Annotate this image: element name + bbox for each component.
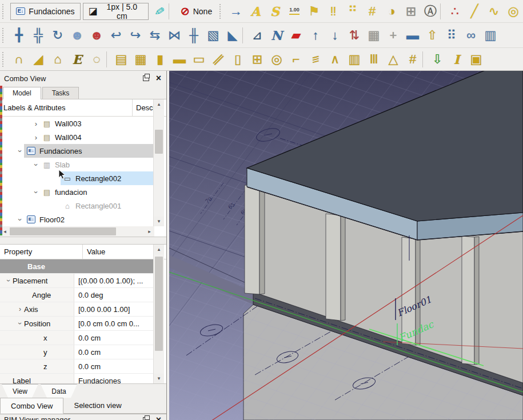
upgrade-icon[interactable]: ↑ — [306, 26, 325, 45]
draft-offset-icon[interactable]: ↩ — [106, 26, 126, 45]
add-component-icon[interactable]: ⇩ — [428, 50, 447, 69]
property-value[interactable]: 0.0 cm — [74, 345, 154, 359]
draft-scale-icon[interactable]: ▧ — [203, 26, 223, 45]
beam-icon[interactable]: ▬ — [170, 50, 189, 69]
roof-icon[interactable]: ∧ — [325, 50, 345, 69]
draft-join-icon[interactable]: ⋈ — [165, 26, 184, 45]
property-value[interactable]: [0.0 cm 0.0 cm 0... — [74, 317, 154, 330]
draft-move-icon[interactable]: ╋ — [9, 26, 29, 45]
window-icon[interactable]: ⊞ — [247, 50, 267, 69]
apply-style-icon[interactable]: → — [226, 2, 246, 21]
subelement-edit-icon[interactable]: ∴ — [445, 2, 465, 21]
draft-split-icon[interactable]: ⇆ — [145, 26, 165, 45]
equipment-icon[interactable]: ▣ — [466, 50, 486, 69]
draft-label-icon[interactable]: ⚑ — [304, 2, 324, 21]
building-icon[interactable]: ⌂ — [48, 50, 67, 69]
reference-icon[interactable]: ◌ — [87, 50, 106, 69]
wall-icon[interactable]: ▤ — [111, 50, 131, 69]
draft-clone-icon[interactable]: ☻ — [67, 26, 87, 45]
floor-selector-button[interactable]: E↓ Fundaciones — [10, 3, 81, 20]
property-row-label[interactable]: Label Fundaciones — [0, 374, 154, 383]
tree-item-rectangle002[interactable]: ▭ Rectangle002 — [0, 171, 154, 185]
arch-clone-icon[interactable]: ☻ — [87, 26, 106, 45]
close-panel-icon[interactable]: × — [156, 415, 161, 420]
expander-icon[interactable]: › — [17, 147, 24, 155]
tree-item-fundacion[interactable]: › ▤ fundacion — [0, 185, 154, 199]
property-value[interactable]: Fundaciones — [74, 374, 154, 383]
toolbar-drag-handle[interactable] — [2, 28, 7, 43]
expander-icon[interactable]: › — [17, 215, 24, 223]
slab-icon[interactable]: ▭ — [189, 50, 209, 69]
fence-icon[interactable]: # — [403, 50, 422, 69]
tree-vertical-scrollbar[interactable]: ▴ ▾ — [153, 99, 164, 226]
expander-icon[interactable]: › — [32, 134, 40, 141]
offset-copy-icon[interactable]: ↪ — [126, 26, 145, 45]
toolbar-drag-handle[interactable] — [219, 4, 224, 19]
expander-icon[interactable]: › — [33, 188, 40, 196]
path-array-icon[interactable]: ∞ — [461, 26, 481, 45]
add-point-icon[interactable]: + — [384, 26, 403, 45]
toolbar-drag-handle[interactable] — [2, 52, 7, 67]
tree-item-rectangle001[interactable]: ⌂ Rectangle001 — [0, 199, 154, 213]
tab-view[interactable]: View — [2, 384, 38, 398]
property-row-placement[interactable]: › Placement [(0.00 0.00 1.00); ... — [0, 274, 154, 288]
pipe-icon[interactable]: ◎ — [267, 50, 286, 69]
space-grate-icon[interactable]: Ⅲ — [364, 50, 384, 69]
panel-icon[interactable]: ▥ — [345, 50, 364, 69]
wire-to-bspline-icon[interactable]: N — [267, 26, 286, 45]
scroll-down-icon[interactable]: ▾ — [154, 217, 164, 226]
expander-icon[interactable]: › — [17, 319, 23, 327]
expander-icon[interactable]: › — [5, 277, 12, 285]
float-panel-icon[interactable] — [143, 75, 149, 81]
draft-line-icon[interactable]: ╱ — [465, 2, 484, 21]
tab-combo-view[interactable]: Combo View — [0, 398, 63, 414]
shape-block-icon[interactable]: ▦ — [364, 26, 384, 45]
scrollbar-thumb[interactable] — [155, 130, 163, 154]
property-row-x[interactable]: x 0.0 cm — [0, 331, 154, 345]
draft-text-icon[interactable]: A — [246, 2, 265, 21]
toolbar-drag-handle[interactable] — [2, 4, 7, 19]
curtain-wall-icon[interactable]: ▦ — [131, 50, 150, 69]
stairs-icon[interactable]: ≡ — [306, 50, 325, 69]
property-column-header[interactable]: Property — [0, 245, 83, 259]
annotation-scale-icon[interactable]: Ⓐ — [421, 2, 440, 21]
property-value[interactable]: [(0.00 0.00 1.00); ... — [74, 274, 154, 287]
draft-points-icon[interactable]: ‼ — [324, 2, 343, 21]
property-row-y[interactable]: y 0.0 cm — [0, 345, 154, 359]
remove-point-icon[interactable]: ▬ — [403, 26, 422, 45]
terrain-icon[interactable]: ◢ — [29, 50, 48, 69]
axes-grid-icon[interactable]: # — [362, 2, 382, 21]
toolbar-separator[interactable] — [106, 51, 111, 67]
property-row-axis[interactable]: › Axis [0.00 0.00 1.00] — [0, 302, 154, 317]
toolbar-separator[interactable] — [242, 27, 247, 43]
scrollbar-thumb[interactable] — [155, 257, 163, 351]
draft-mirror-icon[interactable]: ⊿ — [247, 26, 267, 45]
floor-icon[interactable]: E — [67, 50, 87, 69]
facebinder-icon[interactable]: ▰ — [286, 26, 306, 45]
add-to-group-icon[interactable]: ⇧ — [422, 26, 442, 45]
draft-move-copy-icon[interactable]: ╬ — [29, 26, 48, 45]
draft-rotate-icon[interactable]: ↻ — [48, 26, 67, 45]
layers-panel-icon[interactable]: ⊞ — [401, 2, 421, 21]
tree-item-fundaciones[interactable]: › E↓ Fundaciones — [0, 144, 154, 158]
panel-splitter[interactable] — [0, 237, 166, 244]
tab-selection-view[interactable]: Selection view — [63, 398, 131, 413]
site-dome-icon[interactable]: ∩ — [9, 50, 29, 69]
property-vertical-scrollbar[interactable]: ▴ ▾ — [153, 245, 164, 383]
draft-to-sketch-icon[interactable]: ◣ — [223, 26, 242, 45]
tree-item-floor02[interactable]: › E↓ Floor02 — [0, 213, 154, 226]
toolbar-separator[interactable] — [422, 51, 428, 67]
point-array-icon[interactable]: ⠛ — [343, 2, 362, 21]
scroll-right-icon[interactable]: ▸ — [145, 229, 154, 234]
scroll-up-icon[interactable]: ▴ — [154, 99, 164, 109]
bim-views-manager-titlebar[interactable]: BIM Views manager × — [0, 414, 166, 420]
autogroup-none-button[interactable]: ⊘ None — [175, 3, 217, 20]
rebar-icon[interactable]: ∥ — [209, 50, 228, 69]
draft-wire-icon[interactable]: ∿ — [484, 2, 504, 21]
draft-trimex-icon[interactable]: ╫ — [184, 26, 203, 45]
3d-viewport[interactable]: 70 65 60 — [169, 71, 523, 420]
door-icon[interactable]: ▯ — [228, 50, 247, 69]
tree-header-labels[interactable]: Labels & Attributes — [0, 99, 133, 116]
annotation-styles-icon[interactable]: ◑ — [382, 2, 401, 21]
3d-scene[interactable]: 70 65 60 — [169, 71, 523, 420]
